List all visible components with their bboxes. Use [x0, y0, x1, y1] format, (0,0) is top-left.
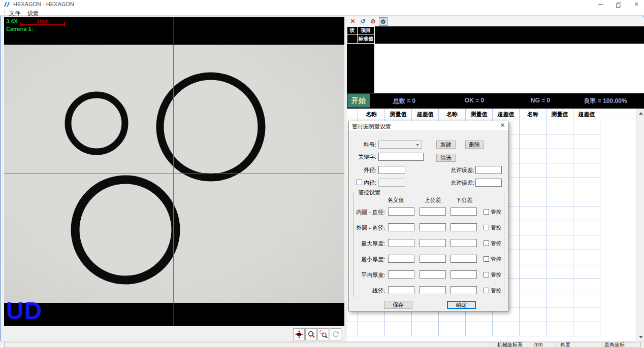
- scale-label: 1mm: [20, 19, 65, 24]
- zoom-fit-icon: [307, 330, 315, 338]
- status-unit: mm: [532, 342, 557, 348]
- lower-tolerance-input[interactable]: [450, 255, 477, 263]
- standards-status-header: 状态: [347, 26, 358, 34]
- stop-icon[interactable]: ⊘: [369, 17, 377, 26]
- outer-diameter-input[interactable]: [378, 166, 405, 174]
- standards-empty-cell: [347, 34, 358, 44]
- seal-measure-settings-dialog: 密封圈测量设置 ✕ 料号: 新建 删除 关键字: 筛选 外径: 允许误差: 内径…: [348, 121, 508, 311]
- lower-tol-col-header: 下公差: [449, 196, 479, 204]
- outer-tolerance-label: 允许误差:: [430, 166, 474, 174]
- lower-tolerance-input[interactable]: [450, 223, 477, 231]
- control-checkbox-label: 管控: [491, 287, 501, 294]
- ok-button[interactable]: 确定: [447, 301, 476, 309]
- lower-tolerance-input[interactable]: [450, 207, 477, 216]
- measured-rings: [4, 17, 344, 326]
- camera-name-label: Camera 1:: [6, 26, 33, 32]
- ring: [68, 95, 125, 152]
- toolbar-grip: [4, 9, 5, 14]
- results-table-header: 名称测量值超差值名称测量值超差值名称测量值超差值: [347, 109, 636, 120]
- inner-tolerance-label: 允许误差:: [430, 179, 474, 187]
- dialog-close-icon[interactable]: ✕: [499, 122, 506, 129]
- outer-tolerance-input[interactable]: [475, 166, 502, 174]
- control-checkbox-label: 管控: [491, 208, 501, 216]
- tolerance-row: 最大厚度:管控: [353, 239, 504, 248]
- standards-item-header: 项目: [357, 26, 375, 34]
- menu-bar: 文件设置: [0, 8, 644, 16]
- control-checkbox[interactable]: [484, 256, 489, 262]
- zoom-fit-button[interactable]: [305, 328, 317, 340]
- grid-line: [600, 120, 600, 336]
- new-button[interactable]: 新建: [436, 141, 456, 149]
- nominal-input[interactable]: [388, 286, 414, 294]
- scroll-up-button[interactable]: [637, 109, 644, 117]
- undo-icon[interactable]: ↺: [359, 17, 367, 26]
- watermark-text: UD: [6, 299, 42, 323]
- tolerance-row: 内圆 - 直径:管控: [353, 207, 504, 217]
- control-checkbox[interactable]: [484, 225, 489, 230]
- scroll-down-button[interactable]: [637, 333, 644, 341]
- nominal-input[interactable]: [388, 270, 414, 279]
- results-col-header: 超差值: [411, 109, 438, 120]
- maximize-button[interactable]: [611, 1, 626, 8]
- minimize-button[interactable]: [593, 1, 608, 8]
- refresh-view-button[interactable]: [330, 328, 341, 340]
- grid-line: [546, 120, 546, 336]
- control-checkbox[interactable]: [484, 209, 489, 215]
- application-window: HEXAGON - HEXAGON ✕ 文件设置 3.4X 1mm Camera…: [0, 0, 644, 348]
- tolerance-row-label: 平均厚度:: [353, 271, 385, 279]
- status-angle: 角度: [558, 342, 601, 348]
- results-scrollbar[interactable]: [636, 109, 644, 341]
- stage-center-button[interactable]: [293, 328, 305, 340]
- standards-value-header: 标准值: [357, 34, 375, 44]
- results-col-header: 名称: [358, 109, 384, 120]
- menu-item-settings[interactable]: 设置: [27, 10, 39, 17]
- inner-tolerance-input[interactable]: [475, 179, 502, 187]
- zoom-region-button[interactable]: [317, 328, 329, 340]
- keyword-input[interactable]: [378, 153, 424, 161]
- filter-button[interactable]: 筛选: [436, 154, 456, 162]
- start-button[interactable]: 开始: [347, 94, 370, 108]
- lower-tolerance-input[interactable]: [450, 239, 477, 247]
- tolerance-row: 外圆 - 直径:管控: [353, 223, 504, 232]
- close-icon[interactable]: ✕: [348, 17, 357, 26]
- ring: [75, 180, 176, 280]
- upper-tolerance-input[interactable]: [420, 239, 446, 247]
- zoom-region-icon: [319, 330, 328, 338]
- gear-icon[interactable]: ⚙: [379, 17, 388, 26]
- part-no-combobox[interactable]: [378, 141, 422, 149]
- control-checkbox[interactable]: [484, 288, 489, 293]
- refresh-icon: [332, 330, 340, 338]
- upper-tolerance-input[interactable]: [420, 255, 446, 263]
- lower-tolerance-input[interactable]: [450, 270, 477, 279]
- yield-rate-stat: 良率 = 100.00%: [584, 97, 627, 106]
- control-checkbox-label: 管控: [491, 256, 501, 263]
- upper-tolerance-input[interactable]: [420, 223, 446, 231]
- upper-tolerance-input[interactable]: [420, 286, 446, 294]
- upper-tolerance-input[interactable]: [420, 270, 446, 279]
- control-checkbox[interactable]: [484, 240, 489, 246]
- menu-item-file[interactable]: 文件: [9, 10, 20, 17]
- upper-tolerance-input[interactable]: [420, 207, 446, 216]
- tolerance-row: 平均厚度:管控: [353, 270, 504, 280]
- results-col-header: 名称: [438, 109, 465, 120]
- lower-tolerance-input[interactable]: [450, 286, 477, 294]
- crosshair-vertical: [173, 45, 174, 303]
- grid-line: [519, 120, 520, 336]
- delete-button[interactable]: 删除: [465, 141, 484, 149]
- grid-line: [573, 120, 573, 336]
- status-rect-coords: 直角坐标: [602, 342, 641, 348]
- standards-body: [374, 44, 644, 93]
- part-no-label: 料号:: [349, 141, 376, 149]
- ring: [160, 76, 262, 178]
- crosshair-horizontal: [4, 173, 344, 173]
- nominal-input[interactable]: [388, 239, 414, 247]
- save-button[interactable]: 保存: [384, 301, 412, 309]
- control-checkbox[interactable]: [484, 272, 489, 277]
- nominal-input[interactable]: [388, 255, 414, 263]
- keyword-label: 关键字:: [349, 153, 376, 161]
- close-window-button[interactable]: ✕: [629, 1, 644, 8]
- nominal-input[interactable]: [388, 223, 414, 231]
- crosshair-vertical: [173, 17, 174, 45]
- run-bar: 开始 总数 = 0 OK = 0 NG = 0 良率 = 100.00%: [347, 93, 644, 109]
- nominal-input[interactable]: [388, 207, 414, 216]
